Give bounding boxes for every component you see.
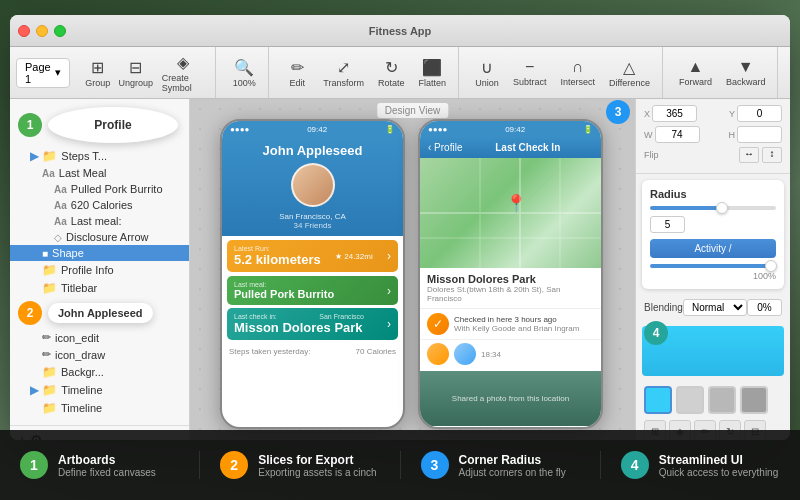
union-button[interactable]: ∪ Union [469, 56, 505, 90]
feature-text-radius: Corner Radius Adjust corners on the fly [459, 453, 566, 478]
intersect-button[interactable]: ∩ Intersect [555, 56, 602, 89]
feature-num-4: 4 [621, 451, 649, 479]
forward-button[interactable]: ▲ Forward [673, 56, 718, 89]
opacity-thumb[interactable] [765, 260, 777, 272]
sidebar-label: Pulled Pork Burrito [71, 183, 163, 195]
run-label: Latest Run: [234, 245, 321, 252]
x-input[interactable] [652, 105, 697, 122]
opacity-percent-input[interactable] [747, 299, 782, 316]
phone2-back: ‹ Profile [428, 142, 462, 153]
design-canvas[interactable]: Design View ●●●● 09:42 🔋 John Appleseed … [190, 99, 635, 440]
radius-value-input[interactable] [650, 216, 685, 233]
sidebar-item-pulled-pork[interactable]: Aa Pulled Pork Burrito [10, 181, 189, 197]
y-input[interactable] [737, 105, 782, 122]
phone1-steps: Steps taken yesterday: 70 Calories [222, 343, 403, 360]
sidebar-item-timeline-2[interactable]: 📁 Timeline [10, 399, 189, 417]
sidebar-item-timeline[interactable]: ▶ 📁 Timeline [10, 381, 189, 399]
feature-artboards: 1 Artboards Define fixed canvases [0, 451, 200, 479]
flip-h-button[interactable]: ↔ [739, 147, 759, 163]
sidebar-item-shape[interactable]: ■ Shape [10, 245, 189, 261]
feature-desc-slices: Exporting assets is a cinch [258, 467, 376, 478]
design-view-label: Design View [377, 103, 448, 118]
opacity-value: 100% [650, 271, 776, 281]
feature-radius: 3 Corner Radius Adjust corners on the fl… [401, 451, 601, 479]
phone2-avatars-row: 18:34 [420, 340, 601, 368]
run-star: ★ 24.32mi [335, 252, 373, 261]
feature-num-2: 2 [220, 451, 248, 479]
sidebar-label: icon_edit [55, 332, 99, 344]
h-input[interactable] [737, 126, 782, 143]
zoom-button[interactable]: 🔍 100% [226, 56, 262, 90]
meal-label: Last meal: [234, 281, 334, 288]
wh-row: W H [644, 126, 782, 143]
slices-bubble: John Appleseed [48, 303, 153, 323]
group-button[interactable]: ⊞ Group [80, 56, 116, 90]
sidebar-item-profile-info[interactable]: 📁 Profile Info [10, 261, 189, 279]
sidebar-item-icon-draw[interactable]: ✏ icon_draw [10, 346, 189, 363]
difference-button[interactable]: △ Difference [603, 56, 656, 90]
phone-2: ●●●● 09:42 🔋 ‹ Profile Last Check In 📍 [418, 119, 603, 429]
flatten-button[interactable]: ⬛ Flatten [412, 56, 452, 90]
edit-button[interactable]: ✏ Edit [279, 56, 315, 90]
sidebar-item-calories[interactable]: Aa 620 Calories [10, 197, 189, 213]
sidebar-label: Timeline [61, 402, 102, 414]
sidebar-item-last-meal-text[interactable]: Aa Last meal: [10, 213, 189, 229]
traffic-lights [18, 25, 66, 37]
mirror-button[interactable]: ⇔ Mirror [788, 56, 790, 90]
subtract-button[interactable]: − Subtract [507, 56, 553, 89]
h-field-group: H [729, 126, 783, 143]
zoom-icon: 🔍 [234, 58, 254, 77]
flip-buttons: ↔ ↕ [739, 147, 782, 163]
app-window: Fitness App Page 1 ▾ ⊞ Group ⊟ Ungroup ◈… [10, 15, 790, 440]
activity-button[interactable]: Activity / [650, 239, 776, 258]
sidebar-item-last-meal[interactable]: Aa Last Meal [10, 165, 189, 181]
phone2-header: ‹ Profile Last Check In [420, 137, 601, 158]
checkin-city: San Francisco [319, 313, 364, 320]
radius-slider[interactable] [650, 206, 776, 210]
rotate-icon: ↻ [385, 58, 398, 77]
subtract-icon: − [525, 58, 534, 76]
avatar-2 [454, 343, 476, 365]
blending-select[interactable]: Normal Multiply Screen [683, 299, 747, 316]
sidebar-item-background[interactable]: 📁 Backgr... [10, 363, 189, 381]
blending-row: Blending Normal Multiply Screen [636, 295, 790, 320]
location-address: Dolores St.(btwn 18th & 20th St), San Fr… [427, 285, 594, 303]
flip-v-button[interactable]: ↕ [762, 147, 782, 163]
sidebar-item-icon-edit[interactable]: ✏ icon_edit [10, 329, 189, 346]
w-input[interactable] [655, 126, 700, 143]
color-cell-cyan[interactable] [644, 386, 672, 414]
feature-desc-artboards: Define fixed canvases [58, 467, 156, 478]
phone1-meal-card: Last meal: Pulled Pork Burrito › [227, 276, 398, 305]
page-selector[interactable]: Page 1 ▾ [16, 58, 70, 88]
minimize-button[interactable] [36, 25, 48, 37]
transform-button[interactable]: ⤢ Transform [317, 56, 370, 90]
opacity-section: 100% [650, 264, 776, 281]
radius-thumb[interactable] [716, 202, 728, 214]
checkin-with: With Kelly Goode and Brian Ingram [454, 324, 579, 333]
create-symbol-button[interactable]: ◈ Create Symbol [156, 51, 210, 95]
feature-ui: 4 Streamlined UI Quick access to everyth… [601, 451, 800, 479]
checkin-value: Misson Dolores Park [234, 320, 364, 335]
phone-1: ●●●● 09:42 🔋 John Appleseed San Francisc… [220, 119, 405, 429]
inspector-panel: 3 X Y W [635, 99, 790, 440]
color-cell-gray[interactable] [676, 386, 704, 414]
feature-num-1: 1 [20, 451, 48, 479]
feature-text-slices: Slices for Export Exporting assets is a … [258, 453, 376, 478]
phone2-location-info: Misson Dolores Park Dolores St.(btwn 18t… [420, 268, 601, 309]
close-button[interactable] [18, 25, 30, 37]
color-cell-gray2[interactable] [708, 386, 736, 414]
phone1-checkin-card: Last check in:San Francisco Misson Dolor… [227, 308, 398, 340]
ungroup-button[interactable]: ⊟ Ungroup [118, 56, 154, 90]
checkin-text: Checked in here 3 hours ago [454, 315, 579, 324]
feature-desc-radius: Adjust corners on the fly [459, 467, 566, 478]
rotate-button[interactable]: ↻ Rotate [372, 56, 411, 90]
maximize-button[interactable] [54, 25, 66, 37]
sidebar-item-disclosure[interactable]: ◇ Disclosure Arrow [10, 229, 189, 245]
text-icon: Aa [54, 200, 67, 211]
color-cell-gray3[interactable] [740, 386, 768, 414]
sidebar-item-titlebar[interactable]: 📁 Titlebar [10, 279, 189, 297]
backward-button[interactable]: ▼ Backward [720, 56, 772, 89]
phone1-avatar [291, 163, 335, 207]
sidebar-item-steps[interactable]: ▶ 📁 Steps T... [10, 147, 189, 165]
opacity-slider[interactable] [650, 264, 776, 268]
